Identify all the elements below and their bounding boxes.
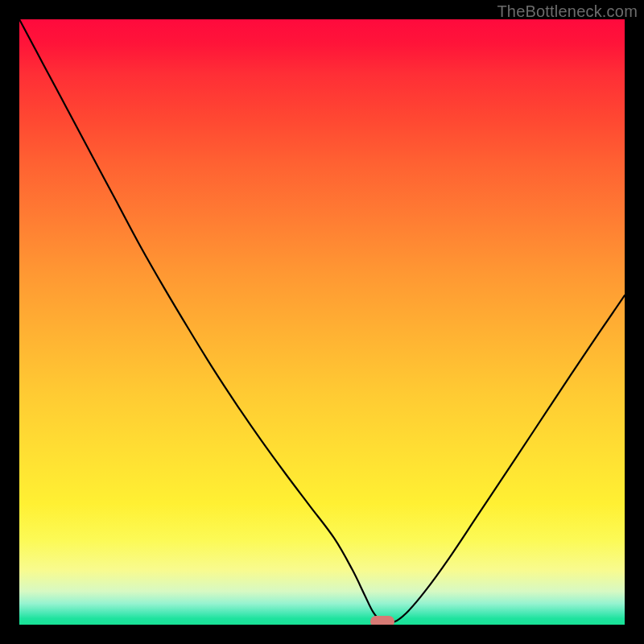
- bottleneck-curve-svg: [19, 19, 625, 625]
- watermark-text: TheBottleneck.com: [497, 2, 638, 21]
- chart-frame: TheBottleneck.com: [0, 0, 644, 644]
- minimum-marker: [370, 616, 394, 625]
- bottleneck-curve: [19, 19, 625, 623]
- plot-area: [19, 19, 625, 625]
